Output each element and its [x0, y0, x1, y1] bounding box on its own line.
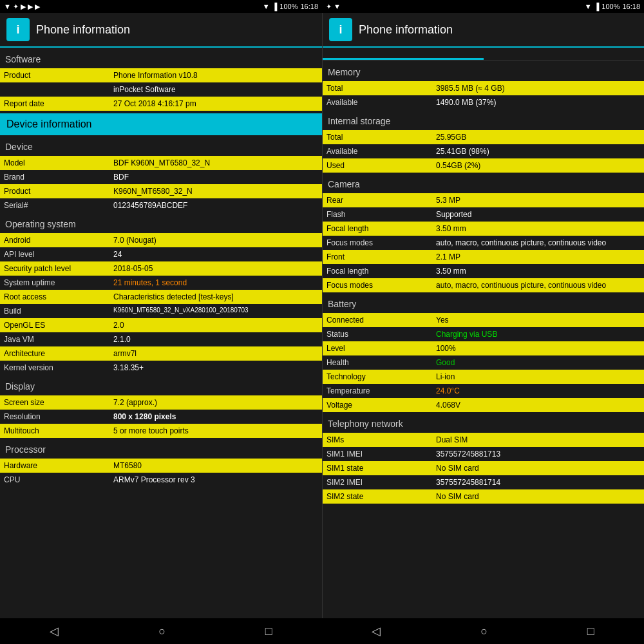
- value: Characteristics detected [test-keys]: [109, 290, 322, 304]
- key: Technology: [323, 370, 432, 384]
- key: Focus modes: [323, 278, 432, 292]
- battery-left: 100%: [279, 3, 298, 10]
- signal-icon: ▐: [272, 3, 278, 10]
- home-button-right[interactable]: ○: [480, 625, 488, 638]
- value: auto, macro, continuous picture, continu…: [432, 236, 644, 250]
- value: No SIM card: [432, 461, 644, 475]
- table-row: Flash Supported: [323, 207, 644, 222]
- table-row: Architecture armv7l: [0, 346, 322, 361]
- processor-table: Hardware MT6580 CPU ARMv7 Processor rev …: [0, 459, 322, 487]
- notification-icons: ▼ ✦ ▶ ▶ ▶: [4, 3, 40, 11]
- key: Multitouch: [0, 424, 109, 438]
- value: 3985.5 MB (≈ 4 GB): [432, 81, 644, 95]
- table-row: Product Phone Information v10.8: [0, 68, 322, 82]
- value: Yes: [432, 313, 644, 327]
- table-row: Brand BDF: [0, 170, 322, 184]
- table-row: Focus modes auto, macro, continuous pict…: [323, 278, 644, 292]
- recents-button[interactable]: □: [265, 625, 272, 638]
- table-row: CPU ARMv7 Processor rev 3: [0, 473, 322, 487]
- table-row: Temperature 24.0°C: [323, 384, 644, 398]
- processor-header: Processor: [0, 440, 322, 459]
- key: Resolution: [0, 410, 109, 424]
- table-row: Security patch level 2018-05-05: [0, 261, 322, 276]
- table-row: API level 24: [0, 247, 322, 261]
- key: System uptime: [0, 276, 109, 290]
- table-row: Product K960N_MT6580_32_N: [0, 184, 322, 198]
- software-table: Product Phone Information v10.8 inPocket…: [0, 68, 322, 111]
- table-row: Build K960N_MT6580_32_N_vXA280100_201807…: [0, 304, 322, 318]
- value: Supported: [432, 207, 644, 222]
- value: 3.50 mm: [432, 222, 644, 236]
- key: Android: [0, 233, 109, 247]
- key: Front: [323, 250, 432, 264]
- table-row: Kernel version 3.18.35+: [0, 361, 322, 375]
- left-nav-bar: ◁ ○ □: [0, 618, 322, 644]
- display-table: Screen size 7.2 (approx.) Resolution 800…: [0, 395, 322, 438]
- tab-active[interactable]: [323, 48, 484, 60]
- right-app-icon: i: [329, 18, 352, 41]
- value: Li-ion: [432, 370, 644, 384]
- key: Brand: [0, 170, 109, 184]
- table-row: Voltage 4.068V: [323, 398, 644, 412]
- key: SIMs: [323, 433, 432, 447]
- value: 24.0°C: [432, 384, 644, 398]
- value highlight-orange: 21 minutes, 1 second: [109, 276, 322, 290]
- time-right: 16:18: [622, 3, 640, 10]
- value: 0123456789ABCDEF: [109, 198, 322, 213]
- table-row: Health Good: [323, 355, 644, 370]
- table-row: Android 7.0 (Nougat): [0, 233, 322, 247]
- key: Total: [323, 130, 432, 144]
- key: API level: [0, 247, 109, 261]
- left-status-bar: ▼ ✦ ▶ ▶ ▶ ▼ ▐ 100% 16:18: [0, 0, 322, 13]
- value: 2018-05-05: [109, 261, 322, 276]
- value: 25.41GB (98%): [432, 144, 644, 158]
- home-button[interactable]: ○: [158, 625, 166, 638]
- key: Available: [323, 95, 432, 109]
- table-row: Total 3985.5 MB (≈ 4 GB): [323, 81, 644, 95]
- key: Report date: [0, 97, 109, 111]
- table-row: Level 100%: [323, 341, 644, 355]
- key: Model: [0, 156, 109, 170]
- back-button-right[interactable]: ◁: [372, 624, 381, 638]
- key: SIM2 IMEI: [323, 475, 432, 489]
- value: 2.0: [109, 318, 322, 332]
- key: Architecture: [0, 346, 109, 361]
- value: 7.2 (approx.): [109, 395, 322, 410]
- table-row: Focal length 3.50 mm: [323, 264, 644, 278]
- table-row: Available 1490.0 MB (37%): [323, 95, 644, 109]
- table-row: Technology Li-ion: [323, 370, 644, 384]
- device-header: Device: [0, 138, 322, 156]
- signal-icon-right: ▐: [594, 3, 600, 10]
- key: Temperature: [323, 384, 432, 398]
- table-row: SIMs Dual SIM: [323, 433, 644, 447]
- table-row: Hardware MT6580: [0, 459, 322, 473]
- table-row: Rear 5.3 MP: [323, 193, 644, 207]
- left-app-icon: i: [6, 18, 30, 41]
- tab-inactive[interactable]: [484, 48, 644, 60]
- key: Focus modes: [323, 236, 432, 250]
- memory-table: Total 3985.5 MB (≈ 4 GB) Available 1490.…: [323, 81, 644, 109]
- table-row: OpenGL ES 2.0: [0, 318, 322, 332]
- value: MT6580: [109, 459, 322, 473]
- key: Level: [323, 341, 432, 355]
- right-app-header: i Phone information: [323, 13, 644, 48]
- right-app-title: Phone information: [359, 23, 453, 37]
- right-nav-bar: ◁ ○ □: [322, 618, 644, 644]
- back-button[interactable]: ◁: [50, 624, 59, 638]
- value: K960N_MT6580_32_N: [109, 184, 322, 198]
- value: 100%: [432, 341, 644, 355]
- battery-header: Battery: [323, 295, 644, 313]
- value: 7.0 (Nougat): [109, 233, 322, 247]
- key: SIM2 state: [323, 489, 432, 504]
- os-table: Android 7.0 (Nougat) API level 24 Securi…: [0, 233, 322, 375]
- table-row: Connected Yes: [323, 313, 644, 327]
- value: 5.3 MP: [432, 193, 644, 207]
- value: 25.95GB: [432, 130, 644, 144]
- table-row: SIM1 IMEI 357557245881713: [323, 447, 644, 461]
- camera-header: Camera: [323, 175, 644, 193]
- recents-button-right[interactable]: □: [587, 625, 594, 638]
- table-row: SIM1 state No SIM card: [323, 461, 644, 475]
- key: Focal length: [323, 222, 432, 236]
- battery-right: 100%: [601, 3, 620, 10]
- internal-storage-header: Internal storage: [323, 112, 644, 130]
